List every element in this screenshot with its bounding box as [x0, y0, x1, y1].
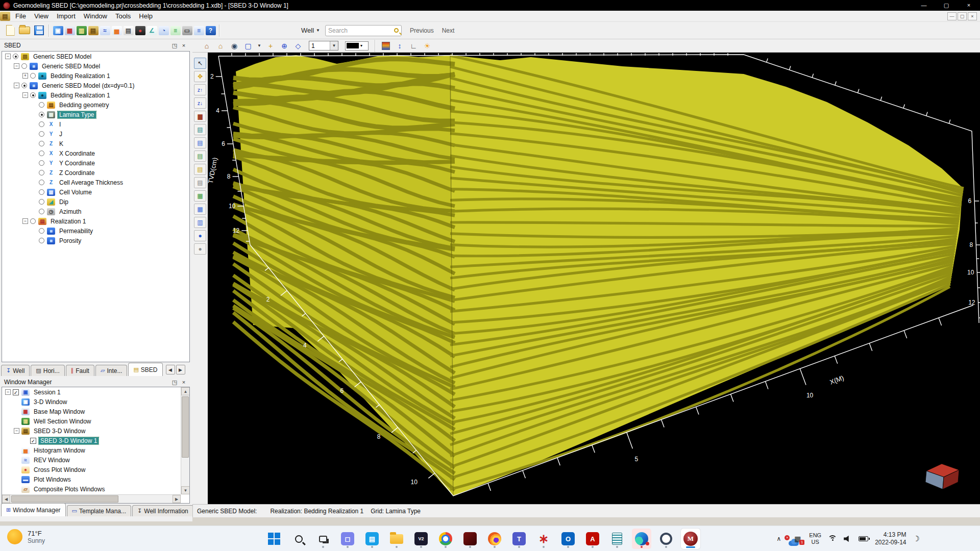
collapse-icon[interactable]: − [22, 92, 28, 98]
taskbar-diagram-button[interactable]: ∗ [534, 529, 553, 549]
3d-canvas[interactable]: 24681012TVD(cm)246810510X(M)681012 [208, 53, 980, 505]
collapse-icon[interactable]: − [14, 428, 19, 434]
spectrum-plot-button[interactable]: ≈ [99, 24, 111, 37]
rotate-cube-button[interactable]: ◇ [292, 40, 304, 52]
wifi-icon[interactable] [828, 535, 837, 542]
pan-hand-button[interactable]: ✥ [194, 71, 206, 82]
layers-green-button[interactable]: ▤ [194, 151, 206, 162]
scrollbar-thumb[interactable] [11, 495, 118, 503]
sbed-tree-item[interactable]: YJ [2, 129, 189, 139]
panel-tab-well-information[interactable]: ↧Well Information [132, 505, 193, 516]
menu-file[interactable]: File [11, 11, 30, 21]
taskbar-vnc-button[interactable]: V2 [411, 529, 431, 549]
wm-tree-item[interactable]: ▦Base Map Window [2, 407, 181, 416]
panel-tab-window-manager[interactable]: ⊞Window Manager [1, 503, 66, 516]
close-button[interactable]: × [958, 0, 980, 11]
close-panel-icon[interactable]: × [179, 41, 188, 49]
menu-help[interactable]: Help [135, 11, 157, 21]
wm-tree-item[interactable]: ▅Histogram Window [2, 445, 181, 455]
base-map-button[interactable]: ▦ [64, 24, 76, 37]
radio-button[interactable] [39, 170, 44, 176]
menu-tools[interactable]: Tools [111, 11, 135, 21]
hidden-icons-chevron-icon[interactable]: ∧ [777, 535, 781, 542]
sbed-tree-item[interactable]: ■Permeability [2, 226, 189, 236]
previous-button[interactable]: Previous [410, 27, 434, 34]
wm-tree-item[interactable]: −✓▣Session 1 [2, 387, 181, 397]
composite-plot-button[interactable]: ▤ [122, 24, 134, 37]
search-input[interactable]: Search [325, 25, 402, 36]
radio-button[interactable] [39, 102, 44, 108]
mdi-close-button[interactable]: × [968, 12, 977, 20]
updates-icon[interactable]: ▦1 [794, 535, 802, 543]
taskbar-onepassword-button[interactable] [656, 529, 676, 549]
vertical-scrollbar[interactable]: ▲ ▼ [181, 387, 189, 494]
horizontal-scrollbar[interactable]: ◀ ▶ [2, 494, 181, 503]
tabs-scroll-left-icon[interactable]: ◀ [166, 365, 175, 374]
close-panel-icon[interactable]: × [179, 378, 188, 386]
radio-button[interactable] [21, 83, 27, 88]
grid-blue-2-button[interactable]: ▥ [194, 217, 206, 228]
data-tab-sbed[interactable]: ▤SBED [128, 363, 162, 376]
radio-button[interactable] [39, 141, 44, 146]
radio-button[interactable] [39, 238, 44, 243]
radio-button[interactable] [39, 199, 44, 205]
wm-tree-item[interactable]: ▥Well Section Window [2, 416, 181, 426]
taskbar-geomodeling-button[interactable]: M [681, 529, 700, 549]
lock-add-button[interactable]: + [264, 40, 277, 52]
histogram-button[interactable]: ▅ [111, 24, 122, 37]
layer-combobox[interactable]: 1▼ [309, 41, 338, 51]
taskbar-outlook-button[interactable]: O [558, 529, 578, 549]
wm-tree-item[interactable]: ▣3-D Window [2, 397, 181, 407]
sbed-model-button[interactable]: ▤ [87, 24, 99, 37]
sbed-tree-item[interactable]: ▩Lamina Type [2, 110, 189, 119]
plot-window-button[interactable]: ≡ [169, 24, 181, 37]
layers-gold-button[interactable]: ▤ [194, 164, 206, 175]
collapse-icon[interactable]: − [14, 83, 19, 88]
light-button[interactable]: ☀ [421, 40, 433, 52]
checkbox[interactable]: ✓ [13, 389, 19, 395]
battery-icon[interactable] [859, 536, 868, 541]
home-button[interactable]: ⌂ [201, 40, 213, 52]
radio-button[interactable] [39, 121, 44, 127]
target-button[interactable]: ⊕ [278, 40, 290, 52]
sbed-tree-item[interactable]: +●Bedding Realization 1 [2, 71, 189, 81]
language-indicator[interactable]: ENG US [809, 532, 821, 545]
sbed-tree-item[interactable]: −■Generic SBED Model (dx=dy=0.1) [2, 81, 189, 90]
sbed-tree-item[interactable]: ◢Dip [2, 197, 189, 207]
window-3d-button[interactable]: ▣ [52, 24, 64, 37]
menu-import[interactable]: Import [53, 11, 80, 21]
combo-dropdown-icon[interactable]: ▼ [330, 41, 338, 50]
taskbar-start-button[interactable] [264, 529, 284, 549]
sphere-gray-button[interactable]: ● [194, 243, 206, 255]
scroll-up-button[interactable]: ▲ [181, 387, 190, 395]
grid-blue-1-button[interactable]: ▦ [194, 204, 206, 215]
focus-assist-moon-icon[interactable]: ☽ [913, 534, 920, 543]
sbed-tree-item[interactable]: −▤Realization 1 [2, 216, 189, 226]
data-tab-inte-[interactable]: ▱Inte... [95, 365, 128, 376]
frame-button[interactable]: ▢ [242, 40, 254, 52]
wm-tree-item[interactable]: ✓SBED 3-D Window 1 [2, 436, 181, 445]
expand-icon[interactable]: + [22, 73, 28, 79]
radio-button[interactable] [39, 180, 44, 185]
radio-button[interactable] [30, 73, 36, 79]
select-arrow-button[interactable]: ↖ [194, 58, 206, 69]
radio-button[interactable] [30, 92, 36, 98]
radio-button[interactable] [39, 160, 44, 166]
wm-tree-item[interactable]: ●Cross Plot Window [2, 465, 181, 474]
weather-widget[interactable]: 71°F Sunny [7, 529, 45, 544]
menu-window[interactable]: Window [80, 11, 111, 21]
sbed-tree-item[interactable]: ■Porosity [2, 236, 189, 245]
mdi-restore-button[interactable]: ▢ [958, 12, 967, 20]
layers-blue-button[interactable]: ▤ [194, 137, 206, 148]
dropdown-button[interactable]: ▼ [256, 40, 263, 52]
scroll-left-button[interactable]: ◀ [2, 495, 10, 503]
taskbar-file-explorer-button[interactable] [387, 529, 406, 549]
radio-button[interactable] [13, 54, 18, 59]
help-button[interactable]: ? [205, 24, 216, 37]
tabs-scroll-right-icon[interactable]: ▶ [176, 365, 185, 374]
north-south-button[interactable]: ↕ [394, 40, 406, 52]
sbed-tree-item[interactable]: ▦Cell Volume [2, 187, 189, 197]
sbed-tree-item[interactable]: ZK [2, 139, 189, 148]
sbed-tree-item[interactable]: −■Generic SBED Model [2, 61, 189, 71]
save-button[interactable] [32, 23, 46, 38]
